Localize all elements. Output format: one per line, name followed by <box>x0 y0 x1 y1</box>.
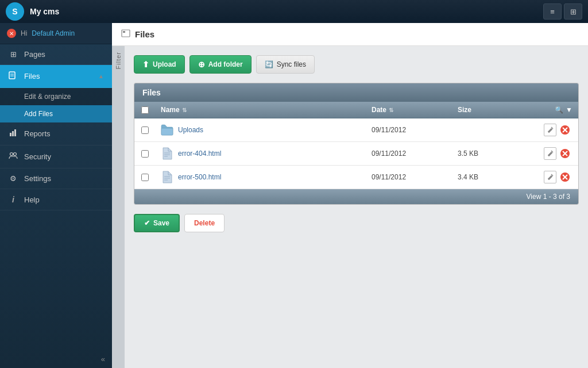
sidebar-item-pages-label: Pages <box>24 50 45 59</box>
reports-icon <box>8 128 18 139</box>
content-header-title: Files <box>135 29 154 39</box>
row2-checkbox[interactable] <box>141 150 149 158</box>
app-title: My cms <box>30 7 543 16</box>
table-row: error-404.html 09/11/2012 3.5 KB <box>134 142 578 166</box>
svg-rect-9 <box>123 31 125 33</box>
content-header: Files <box>112 23 588 46</box>
svg-rect-0 <box>9 72 15 79</box>
svg-rect-3 <box>10 133 11 136</box>
th-date[interactable]: Date ⇅ <box>366 102 452 118</box>
upload-button[interactable]: ⬆ Upload <box>134 55 185 74</box>
row1-delete-button[interactable] <box>559 124 571 136</box>
svg-point-7 <box>14 153 17 156</box>
inner-content: Filter ⬆ Upload ⊕ Add folder 🔄 S <box>112 46 588 368</box>
table-header: Name ⇅ Date ⇅ Size 🔍 ▼ <box>134 102 578 118</box>
files-panel: Files Name ⇅ Date ⇅ <box>134 83 579 205</box>
sidebar-item-help-label: Help <box>24 195 40 204</box>
row3-edit-button[interactable] <box>544 171 556 183</box>
security-icon <box>8 151 18 162</box>
settings-icon: ⚙ <box>8 174 18 183</box>
search-dropdown-icon: ▼ <box>566 106 572 114</box>
th-name[interactable]: Name ⇅ <box>155 102 366 118</box>
delete-button[interactable]: Delete <box>184 214 225 232</box>
files-submenu: Edit & organize Add Files <box>0 88 112 122</box>
help-icon: i <box>8 195 18 204</box>
topbar: S My cms ≡ ⊞ <box>0 0 588 23</box>
main-layout: ✕ Hi Default Admin ⊞ Pages Files ▲ Edit … <box>0 23 588 368</box>
content-header-icon <box>121 29 130 39</box>
svg-rect-10 <box>161 128 173 135</box>
sidebar-item-add-files[interactable]: Add Files <box>0 105 112 122</box>
file-icon <box>161 170 173 185</box>
app-logo[interactable]: S <box>6 2 24 21</box>
row2-actions-cell <box>538 143 578 164</box>
row1-size-cell <box>452 126 538 134</box>
grid-view-icon: ⊞ <box>570 7 577 16</box>
files-expand-icon: ▲ <box>98 73 104 79</box>
sidebar-item-pages[interactable]: ⊞ Pages <box>0 44 112 65</box>
files-icon <box>8 71 18 82</box>
sidebar-user: ✕ Hi Default Admin <box>0 23 112 44</box>
list-view-icon: ≡ <box>550 7 555 16</box>
filter-panel: Filter <box>112 46 125 368</box>
topbar-actions: ≡ ⊞ <box>543 3 582 20</box>
th-search[interactable]: 🔍 ▼ <box>538 102 578 118</box>
sync-files-button[interactable]: 🔄 Sync files <box>256 55 315 74</box>
sidebar-item-security[interactable]: Security <box>0 145 112 168</box>
add-folder-icon: ⊕ <box>198 60 205 69</box>
save-check-icon: ✔ <box>144 219 150 227</box>
name-sort-icon: ⇅ <box>182 107 187 113</box>
row1-edit-button[interactable] <box>544 124 556 136</box>
row3-actions-cell <box>538 167 578 187</box>
sidebar-item-settings[interactable]: ⚙ Settings <box>0 168 112 189</box>
sidebar-item-files-label: Files <box>24 72 40 80</box>
row2-checkbox-cell <box>134 146 155 162</box>
sidebar-item-security-label: Security <box>24 152 51 161</box>
svg-rect-8 <box>122 30 130 37</box>
row2-name-cell: error-404.html <box>155 142 366 165</box>
sidebar-item-reports-label: Reports <box>24 129 51 138</box>
row1-actions-cell <box>538 120 578 140</box>
select-all-checkbox[interactable] <box>141 106 149 114</box>
table-row: Uploads 09/11/2012 <box>134 118 578 142</box>
date-sort-icon: ⇅ <box>389 107 393 113</box>
pagination-info: View 1 - 3 of 3 <box>527 193 571 201</box>
svg-rect-5 <box>14 129 16 136</box>
th-size[interactable]: Size <box>452 102 538 118</box>
sidebar-item-help[interactable]: i Help <box>0 189 112 210</box>
row2-size-cell: 3.5 KB <box>452 145 538 162</box>
folder-icon <box>161 122 173 137</box>
user-name[interactable]: Default Admin <box>32 29 75 37</box>
sidebar-item-settings-label: Settings <box>24 174 51 183</box>
sidebar-item-files[interactable]: Files ▲ <box>0 65 112 88</box>
sidebar-collapse-button[interactable]: « <box>0 350 112 368</box>
sidebar-item-reports[interactable]: Reports <box>0 122 112 145</box>
row2-edit-button[interactable] <box>544 147 556 160</box>
sidebar-item-edit-organize[interactable]: Edit & organize <box>0 88 112 105</box>
files-panel-header: Files <box>134 83 578 102</box>
user-greeting: Hi <box>21 29 27 37</box>
user-icon: ✕ <box>7 29 16 38</box>
table-footer: View 1 - 3 of 3 <box>134 189 578 204</box>
row2-delete-button[interactable] <box>559 147 571 160</box>
row3-size-cell: 3.4 KB <box>452 169 538 185</box>
upload-icon: ⬆ <box>142 60 149 69</box>
main-content: ⬆ Upload ⊕ Add folder 🔄 Sync files <box>125 46 588 368</box>
grid-view-button[interactable]: ⊞ <box>564 3 582 20</box>
file-icon <box>161 146 173 161</box>
add-folder-button[interactable]: ⊕ Add folder <box>189 55 252 74</box>
svg-rect-4 <box>12 131 14 136</box>
row3-name-cell: error-500.html <box>155 166 366 189</box>
filter-label: Filter <box>115 52 122 69</box>
row1-date-cell: 09/11/2012 <box>366 122 452 138</box>
list-view-button[interactable]: ≡ <box>543 3 562 20</box>
row3-checkbox-cell <box>134 170 155 185</box>
row3-delete-button[interactable] <box>559 171 571 183</box>
row1-checkbox[interactable] <box>141 126 149 134</box>
sync-icon: 🔄 <box>265 60 273 68</box>
row3-checkbox[interactable] <box>141 174 149 181</box>
save-button[interactable]: ✔ Save <box>134 214 180 232</box>
table-row: error-500.html 09/11/2012 3.4 KB <box>134 166 578 189</box>
toolbar: ⬆ Upload ⊕ Add folder 🔄 Sync files <box>134 55 579 74</box>
row1-name-cell: Uploads <box>155 118 366 141</box>
